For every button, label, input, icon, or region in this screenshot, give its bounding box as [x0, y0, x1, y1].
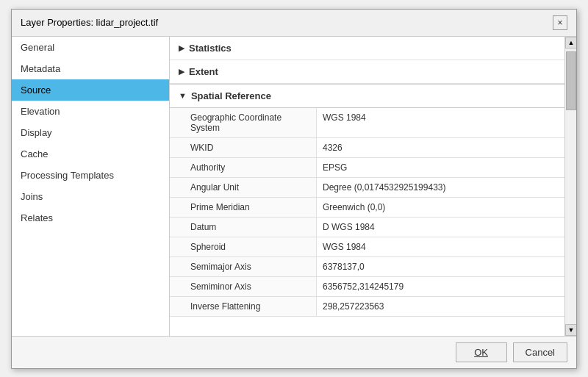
table-row: Geographic Coordinate SystemWGS 1984: [170, 108, 564, 138]
sidebar-item-processing-templates[interactable]: Processing Templates: [12, 165, 169, 186]
statistics-chevron-icon: ▶: [179, 43, 184, 53]
prop-value: EPSG: [317, 158, 564, 177]
dialog-body: GeneralMetadataSourceElevationDisplayCac…: [12, 37, 576, 336]
spatial-reference-table: Geographic Coordinate SystemWGS 1984WKID…: [170, 108, 564, 317]
table-row: Semimajor Axis6378137,0: [170, 257, 564, 277]
sidebar-item-cache[interactable]: Cache: [12, 143, 169, 165]
sidebar-item-metadata[interactable]: Metadata: [12, 58, 169, 79]
prop-value: 298,257223563: [317, 297, 564, 316]
sidebar-item-relates[interactable]: Relates: [12, 207, 169, 229]
layer-properties-dialog: Layer Properties: lidar_project.tif × Ge…: [11, 9, 577, 369]
prop-label: Geographic Coordinate System: [170, 108, 317, 137]
prop-value: 6356752,314245179: [317, 277, 564, 296]
prop-label: Spheroid: [170, 237, 317, 256]
sidebar-item-elevation[interactable]: Elevation: [12, 101, 169, 122]
prop-label: Authority: [170, 158, 317, 177]
prop-value: WGS 1984: [317, 237, 564, 256]
table-row: AuthorityEPSG: [170, 158, 564, 178]
prop-label: Angular Unit: [170, 178, 317, 197]
table-row: WKID4326: [170, 138, 564, 158]
extent-section-header[interactable]: ▶ Extent: [170, 60, 564, 84]
spatial-reference-label: Spatial Reference: [191, 90, 271, 101]
scrollbar-up-arrow[interactable]: ▲: [565, 37, 576, 49]
prop-value: Degree (0,0174532925199433): [317, 178, 564, 197]
prop-label: WKID: [170, 138, 317, 157]
spatial-ref-chevron-icon: ▼: [179, 91, 187, 100]
extent-label: Extent: [189, 66, 218, 77]
main-content: ▶ Statistics ▶ Extent ▼ Spatial Referenc…: [170, 37, 564, 336]
prop-value: 6378137,0: [317, 257, 564, 276]
close-button[interactable]: ×: [553, 15, 567, 30]
table-row: DatumD WGS 1984: [170, 218, 564, 237]
prop-value: 4326: [317, 138, 564, 157]
content-scroll[interactable]: ▶ Statistics ▶ Extent ▼ Spatial Referenc…: [170, 37, 564, 336]
prop-label: Inverse Flattening: [170, 297, 317, 316]
cancel-button[interactable]: Cancel: [513, 342, 567, 362]
dialog-footer: OK Cancel: [12, 336, 576, 368]
prop-value: Greenwich (0,0): [317, 198, 564, 217]
spatial-reference-header[interactable]: ▼ Spatial Reference: [170, 85, 564, 108]
sidebar-item-general[interactable]: General: [12, 37, 169, 58]
prop-label: Semiminor Axis: [170, 277, 317, 296]
table-row: Semiminor Axis6356752,314245179: [170, 277, 564, 297]
table-row: Inverse Flattening298,257223563: [170, 297, 564, 316]
statistics-section-header[interactable]: ▶ Statistics: [170, 37, 564, 60]
prop-value: WGS 1984: [317, 108, 564, 137]
prop-label: Datum: [170, 218, 317, 237]
scrollbar-thumb[interactable]: [566, 51, 576, 110]
sidebar: GeneralMetadataSourceElevationDisplayCac…: [12, 37, 170, 336]
sidebar-item-joins[interactable]: Joins: [12, 186, 169, 207]
table-row: Prime MeridianGreenwich (0,0): [170, 198, 564, 218]
table-row: SpheroidWGS 1984: [170, 237, 564, 257]
scrollbar-track[interactable]: ▲ ▼: [564, 37, 576, 336]
sidebar-item-display[interactable]: Display: [12, 122, 169, 143]
dialog-title: Layer Properties: lidar_project.tif: [21, 17, 158, 28]
statistics-label: Statistics: [189, 43, 232, 54]
table-row: Angular UnitDegree (0,0174532925199433): [170, 178, 564, 198]
prop-label: Prime Meridian: [170, 198, 317, 217]
ok-button[interactable]: OK: [456, 342, 507, 362]
prop-label: Semimajor Axis: [170, 257, 317, 276]
title-bar: Layer Properties: lidar_project.tif ×: [12, 10, 576, 37]
sidebar-item-source[interactable]: Source: [12, 79, 169, 101]
scrollbar-down-arrow[interactable]: ▼: [565, 324, 576, 336]
extent-chevron-icon: ▶: [179, 67, 184, 76]
prop-value: D WGS 1984: [317, 218, 564, 237]
spatial-reference-section: ▼ Spatial Reference Geographic Coordinat…: [170, 84, 564, 317]
